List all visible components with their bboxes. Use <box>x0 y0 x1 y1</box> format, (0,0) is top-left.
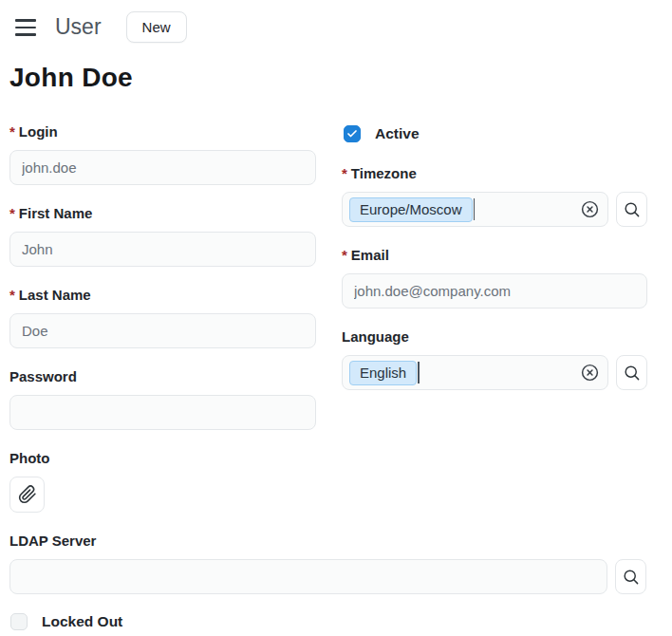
photo-label: Photo <box>9 450 316 466</box>
timezone-link-row: Europe/Moscow <box>342 192 647 227</box>
hamburger-bar <box>15 19 36 22</box>
language-input[interactable]: English <box>342 355 608 390</box>
password-label-text: Password <box>9 368 77 384</box>
ldap-server-input[interactable] <box>9 559 607 594</box>
required-asterisk: * <box>9 287 15 303</box>
form-column-right: Active *Timezone Europe/Moscow <box>342 123 647 533</box>
field-timezone: *Timezone Europe/Moscow <box>342 165 647 227</box>
text-caret <box>418 362 420 383</box>
password-label: Password <box>9 368 316 384</box>
ldap-link-row <box>9 559 647 594</box>
language-label-text: Language <box>342 328 409 345</box>
text-caret <box>474 198 476 220</box>
login-label-text: Login <box>19 123 58 140</box>
form-section-bottom: LDAP Server Locked Out <box>9 533 672 630</box>
timezone-label-text: Timezone <box>351 165 417 181</box>
hamburger-bar <box>15 27 36 29</box>
page-title: John Doe <box>9 63 672 93</box>
first-name-label-text: First Name <box>19 205 93 221</box>
search-icon <box>623 200 641 218</box>
field-login: *Login <box>9 123 316 185</box>
form-columns: *Login *First Name *Last Name Password P… <box>9 123 672 533</box>
email-label-text: Email <box>351 247 389 263</box>
locked-out-label: Locked Out <box>42 613 122 630</box>
field-photo: Photo <box>9 450 316 513</box>
locked-out-checkbox[interactable] <box>10 613 28 630</box>
topbar: User New <box>9 9 672 44</box>
password-input[interactable] <box>9 395 316 430</box>
language-selected-tag: English <box>349 361 417 385</box>
clear-circle-icon <box>580 363 600 383</box>
language-search-button[interactable] <box>616 355 647 390</box>
user-form-page: User New John Doe *Login *First Name *La… <box>0 0 672 630</box>
email-input[interactable] <box>342 273 647 309</box>
field-language: Language English <box>342 328 647 390</box>
hamburger-bar <box>15 33 36 36</box>
ldap-server-label: LDAP Server <box>9 533 672 549</box>
active-label: Active <box>375 125 420 142</box>
field-first-name: *First Name <box>9 205 316 267</box>
first-name-input[interactable] <box>9 232 316 267</box>
language-label: Language <box>342 328 647 345</box>
search-icon <box>622 568 640 586</box>
last-name-label: *Last Name <box>9 287 316 303</box>
required-asterisk: * <box>342 165 347 181</box>
required-asterisk: * <box>9 205 15 221</box>
first-name-label: *First Name <box>9 205 316 221</box>
search-icon <box>623 364 641 382</box>
login-label: *Login <box>9 123 316 140</box>
required-asterisk: * <box>342 247 347 263</box>
timezone-input[interactable]: Europe/Moscow <box>342 192 608 227</box>
clear-circle-icon <box>580 199 600 219</box>
ldap-server-label-text: LDAP Server <box>9 533 96 549</box>
field-password: Password <box>9 368 316 430</box>
last-name-input[interactable] <box>9 313 316 348</box>
checkmark-icon <box>346 128 358 140</box>
timezone-selected-tag: Europe/Moscow <box>349 197 473 222</box>
field-ldap-server: LDAP Server <box>9 533 672 594</box>
field-email: *Email <box>342 247 647 309</box>
photo-label-text: Photo <box>9 450 50 466</box>
field-last-name: *Last Name <box>9 287 316 348</box>
ldap-server-search-button[interactable] <box>615 559 646 594</box>
login-input[interactable] <box>9 150 316 185</box>
hamburger-menu-icon[interactable] <box>15 18 38 37</box>
field-locked-out[interactable]: Locked Out <box>10 613 672 630</box>
timezone-clear-button[interactable] <box>578 198 601 221</box>
email-label: *Email <box>342 247 647 263</box>
field-active[interactable]: Active <box>344 125 647 142</box>
timezone-search-button[interactable] <box>616 192 647 227</box>
last-name-label-text: Last Name <box>19 287 91 303</box>
required-asterisk: * <box>9 123 15 140</box>
timezone-label: *Timezone <box>342 165 647 181</box>
paperclip-icon <box>18 485 37 504</box>
form-column-left: *Login *First Name *Last Name Password P… <box>9 123 316 533</box>
new-button[interactable]: New <box>126 11 187 43</box>
language-link-row: English <box>342 355 647 390</box>
attach-file-button[interactable] <box>9 477 45 513</box>
language-clear-button[interactable] <box>578 362 601 384</box>
active-checkbox[interactable] <box>344 125 361 142</box>
doctype-title: User <box>55 14 102 40</box>
